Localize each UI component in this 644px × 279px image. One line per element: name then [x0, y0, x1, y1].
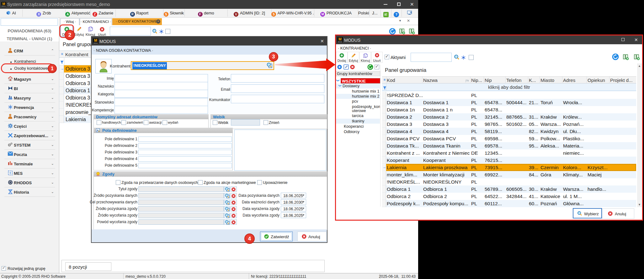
svg-text:A: A — [97, 129, 99, 132]
